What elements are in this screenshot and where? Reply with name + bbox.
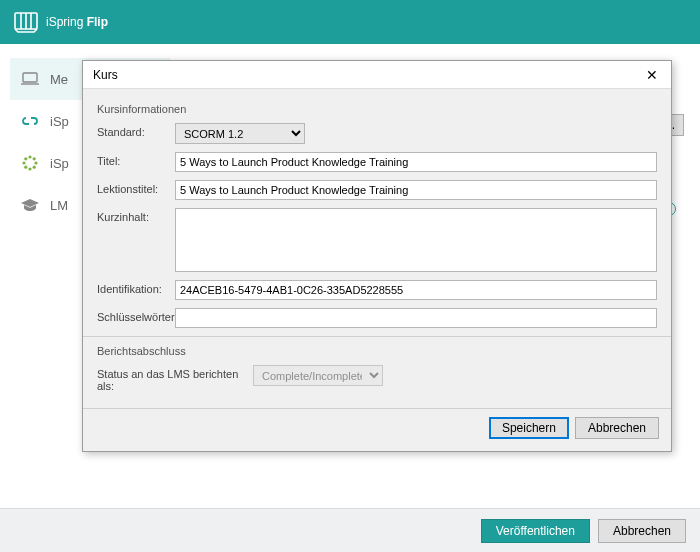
dialog-title: Kurs [93, 68, 118, 82]
keywords-input[interactable] [175, 308, 657, 328]
title-input[interactable] [175, 152, 657, 172]
link-icon [20, 113, 40, 129]
course-dialog: Kurs ✕ Kursinformationen Standard: SCORM… [82, 60, 672, 452]
standard-select[interactable]: SCORM 1.2 [175, 123, 305, 144]
svg-point-7 [33, 157, 36, 160]
group-course-info: Kursinformationen [97, 103, 657, 115]
row-keywords: Schlüsselwörter: [97, 308, 657, 328]
row-title: Titel: [97, 152, 657, 172]
svg-point-6 [24, 157, 27, 160]
row-report-status: Status an das LMS berichten als: Complet… [97, 365, 657, 392]
laptop-icon [20, 71, 40, 87]
svg-point-9 [33, 166, 36, 169]
svg-point-3 [28, 167, 31, 170]
dialog-cancel-button[interactable]: Abbrechen [575, 417, 659, 439]
svg-rect-1 [23, 73, 37, 82]
title-label: Titel: [97, 152, 175, 167]
app-name: iSpring [46, 15, 83, 29]
cancel-button[interactable]: Abbrechen [598, 519, 686, 543]
app-logo: iSpring Flip [14, 11, 108, 33]
burst-icon [20, 155, 40, 171]
dialog-save-button[interactable]: Speichern [489, 417, 569, 439]
sidebar-item-label: Me [50, 72, 68, 87]
dialog-titlebar: Kurs ✕ [83, 61, 671, 89]
row-ident: Identifikation: [97, 280, 657, 300]
ident-label: Identifikation: [97, 280, 175, 295]
app-header: iSpring Flip [0, 0, 700, 44]
summary-textarea[interactable] [175, 208, 657, 272]
divider [83, 336, 671, 337]
svg-point-8 [24, 166, 27, 169]
summary-label: Kurzinhalt: [97, 208, 175, 223]
svg-point-5 [34, 161, 37, 164]
sidebar-item-label: LM [50, 198, 68, 213]
app-product: Flip [87, 15, 108, 29]
row-standard: Standard: SCORM 1.2 [97, 123, 657, 144]
svg-point-4 [22, 161, 25, 164]
svg-point-2 [28, 155, 31, 158]
dialog-body: Kursinformationen Standard: SCORM 1.2 Ti… [83, 89, 671, 408]
book-icon [14, 11, 38, 33]
sidebar-item-label: iSp [50, 114, 69, 129]
standard-label: Standard: [97, 123, 175, 138]
report-status-select: Complete/Incomplete [253, 365, 383, 386]
sidebar-item-label: iSp [50, 156, 69, 171]
lesson-input[interactable] [175, 180, 657, 200]
graduation-icon [20, 197, 40, 213]
keywords-label: Schlüsselwörter: [97, 308, 175, 323]
dialog-footer: Speichern Abbrechen [83, 408, 671, 451]
lesson-label: Lektionstitel: [97, 180, 175, 195]
app-footer: Veröffentlichen Abbrechen [0, 508, 700, 552]
publish-button[interactable]: Veröffentlichen [481, 519, 590, 543]
report-status-label: Status an das LMS berichten als: [97, 365, 253, 392]
group-report: Berichtsabschluss [97, 345, 657, 357]
ident-input[interactable] [175, 280, 657, 300]
row-lesson: Lektionstitel: [97, 180, 657, 200]
close-icon[interactable]: ✕ [639, 66, 665, 84]
row-summary: Kurzinhalt: [97, 208, 657, 272]
